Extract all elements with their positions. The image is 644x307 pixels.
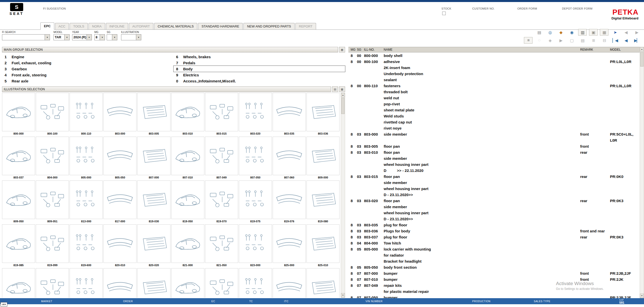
scroll-down-icon[interactable]: ▼ (341, 293, 345, 297)
parts-row-805-000-line2[interactable]: Bracket for headlight (348, 258, 640, 264)
main-group-item-9[interactable]: 9Electrics (174, 72, 345, 78)
illustration-thumb-805-050[interactable]: 805-050 (103, 137, 136, 180)
illustration-scrollbar[interactable]: ▲ ▼ (341, 93, 345, 298)
illustration-thumb-820-020[interactable]: 820-020 (137, 224, 170, 268)
illustration-thumb-803-010[interactable]: 803-010 (171, 93, 204, 136)
illustration-thumb-809-000[interactable]: 809-000 (306, 137, 340, 180)
illustration-thumb-807-060[interactable]: 807-060 (273, 137, 306, 180)
illustration-thumb-819-075[interactable]: 819-075 (239, 180, 272, 224)
illustration-thumb-809-050[interactable]: 809-050 (2, 180, 35, 224)
parts-row-800-100-line2[interactable]: Underbody protection (348, 71, 640, 77)
parts-row-803-020-line1[interactable]: side member (348, 204, 640, 210)
parts-row-803-035[interactable]: 803803-035plug for floor (348, 222, 640, 228)
tab-new-and-dropped-parts[interactable]: NEW AND DROPPED PARTS (243, 23, 294, 29)
model-dropdown-icon[interactable]: ▼ (64, 35, 69, 40)
fi-search-dropdown-icon[interactable]: ▼ (45, 35, 50, 40)
illustration-thumb[interactable] (70, 268, 103, 298)
order-form-label[interactable]: ORDER FORM (517, 7, 537, 10)
tab-report[interactable]: REPORT (295, 23, 316, 29)
parts-row-807-050[interactable]: 807807-050bumperPR:2JB,2JF (348, 294, 640, 298)
parts-row-800-100[interactable]: 800800-100adhesivePR:L0L,L0R (348, 58, 640, 65)
illustration-thumb-819-600[interactable]: 819-600 (70, 224, 103, 268)
parts-row-803-037[interactable]: 803803-037plug for floorrearPR:0K3 (348, 234, 640, 240)
scroll-up-icon[interactable]: ▲ (640, 47, 644, 51)
illustration-thumb-813-000[interactable]: 813-000 (70, 180, 103, 224)
illustration-thumb-807-010[interactable]: 807-010 (171, 137, 204, 180)
nav-last-button[interactable]: ▶▏ (632, 37, 641, 44)
illustration-thumb[interactable] (273, 268, 306, 298)
main-group-item-0[interactable]: 0Access.,Infotainment,Miscell. (174, 78, 345, 84)
scrollbar-thumb[interactable] (640, 52, 643, 67)
illustration-thumb-825-000[interactable]: 825-000 (273, 224, 306, 268)
illustration-thumb-819-076[interactable]: 819-076 (273, 180, 306, 224)
fi-search-input[interactable]: ▼ (2, 34, 50, 40)
illustration-thumb[interactable] (36, 268, 69, 298)
mg-dropdown-icon[interactable]: ▼ (100, 35, 105, 40)
illustration-thumb-803-036[interactable]: 803-036 (306, 93, 340, 136)
illustration-thumb[interactable] (205, 268, 238, 298)
main-group-item-5[interactable]: 5Rear axle (2, 78, 174, 84)
print-button[interactable]: ▤ (535, 29, 543, 36)
illustration-thumb-803-020[interactable]: 803-020 (239, 93, 272, 136)
parts-row-800-110-line7[interactable]: rivet noye (348, 125, 640, 131)
illustration-thumb-821-050[interactable]: 821-050 (205, 224, 238, 268)
tab-acc[interactable]: ACC (55, 23, 69, 29)
illustration-thumb[interactable] (103, 268, 136, 298)
sg-select[interactable]: ▼ (107, 34, 117, 40)
illustration-thumb-803-035[interactable]: 803-035 (273, 93, 306, 136)
tab-tools[interactable]: TOOLS (70, 23, 88, 29)
parts-row-804-000[interactable]: 804804-000Tow hitch (348, 240, 640, 246)
illustration-thumb-800-000[interactable]: 800-000 (2, 93, 35, 136)
nav-prev-button[interactable]: ◀ (622, 37, 630, 44)
illustration-thumb-817-000[interactable]: 817-000 (103, 180, 136, 224)
parts-row-803-020-line3[interactable]: D - 23.11.2020>> (348, 216, 640, 222)
illustration-select[interactable]: ▼ (121, 34, 141, 40)
main-group-item-3[interactable]: 3Gearbox (2, 66, 174, 72)
mg-select[interactable]: 8 ▼ (94, 34, 105, 40)
parts-row-803-020[interactable]: 803803-020floor panrearPR:0K3 (348, 198, 640, 204)
tab-nora[interactable]: NORA (89, 23, 105, 29)
tab-epc[interactable]: EPC (40, 22, 54, 30)
year-dropdown-icon[interactable]: ▼ (87, 35, 92, 40)
parts-row-803-010[interactable]: 803803-010floor panrear (348, 149, 640, 155)
illustration-thumb-823-000[interactable]: 823-000 (239, 224, 272, 268)
illustration-thumb[interactable] (2, 268, 35, 298)
scrollbar-thumb[interactable] (341, 98, 345, 114)
nav-first-button[interactable]: ▏◀ (611, 37, 619, 44)
parts-row-803-020-line2[interactable]: wheel housing inner part (348, 210, 640, 216)
scroll-up-icon[interactable]: ▲ (341, 93, 345, 97)
stock-checkbox[interactable] (442, 12, 446, 15)
list-view-button[interactable]: ≡ (524, 37, 533, 44)
illustration-thumb-807-000[interactable]: 807-000 (137, 137, 170, 180)
main-group-view-button[interactable]: ▦ (339, 47, 345, 52)
illustration-thumb[interactable] (171, 268, 204, 298)
parts-row-803-015[interactable]: 803803-015floor panrearPR:0K0 (348, 173, 640, 179)
parts-row-803-010-line3[interactable]: D >> - 22.11.2020 (348, 167, 640, 173)
main-group-item-7[interactable]: 7Pedals (174, 60, 345, 66)
illustration-dropdown-icon[interactable]: ▼ (136, 35, 141, 40)
illustration-list-view-button[interactable]: ▤ (332, 86, 338, 92)
parts-row-800-110[interactable]: 800800-110fastenersPR:L0L,L0R (348, 83, 640, 89)
illustration-thumb-807-050[interactable]: 807-050 (239, 137, 272, 180)
main-group-item-2[interactable]: 2Fuel, exhaust, cooling (2, 60, 174, 66)
illustration-thumb-820-010[interactable]: 820-010 (103, 224, 136, 268)
illustration-thumb-803-015[interactable]: 803-015 (205, 93, 238, 136)
illustration-thumb-819-070[interactable]: 819-070 (205, 180, 238, 224)
parts-row-803-000[interactable]: 803803-000side memberfrontPR:5C0+L0L, (348, 131, 640, 137)
parts-row-805-050[interactable]: 805805-050body front section (348, 264, 640, 270)
parts-row-803-015-line1[interactable]: side member (348, 179, 640, 186)
parts-row-800-110-line2[interactable]: weld nut (348, 95, 640, 101)
parts-row-807-000[interactable]: 807807-000bumperfrontPR:2JB,2JF (348, 270, 640, 276)
illustration-thumb-803-000[interactable]: 803-000 (103, 93, 136, 136)
parts-row-805-000[interactable]: 805805-000lock carrier with mounting (348, 246, 640, 252)
parts-row-800-100-line1[interactable]: 2K-insert foam (348, 65, 640, 71)
parts-finder-button[interactable]: ◆ (556, 29, 565, 36)
illustration-thumb-819-085[interactable]: 819-085 (2, 224, 35, 268)
parts-row-803-010-line1[interactable]: side member (348, 155, 640, 161)
illustration-thumb-800-110[interactable]: 800-110 (70, 93, 103, 136)
scroll-down-icon[interactable]: ▼ (640, 294, 644, 298)
tab-infoline[interactable]: INFOLINE (106, 23, 128, 29)
model-select[interactable]: TAR ▼ (53, 34, 70, 40)
parts-row-800-110-line3[interactable]: pop-rivet (348, 101, 640, 107)
illustration-thumb[interactable] (306, 268, 340, 298)
